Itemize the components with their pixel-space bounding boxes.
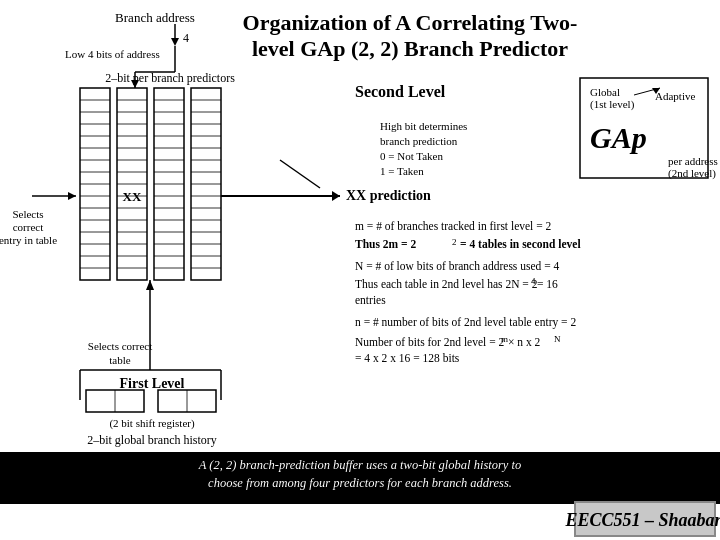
svg-rect-71 [580,78,708,178]
info-times: × n x 2 [508,336,541,348]
two-bit-label: 2–bit per branch predictors [105,71,235,85]
high-bit-2: branch prediction [380,135,458,147]
title-line2: level GAp (2, 2) Branch Predictor [252,36,568,61]
gap-title: GAp [590,121,647,154]
info-thus: Thus 2m = 2 [355,238,416,250]
predictor-tables [80,88,221,280]
info-equals16: = 16 [537,278,558,290]
second-level: Second Level [355,83,446,100]
title-line1: Organization of A Correlating Two- [243,10,578,35]
high-bit-3: 0 = Not Taken [380,150,443,162]
gap-1st-level: (1st level) [590,98,635,111]
info-n-number: n = # number of bits of 2nd level table … [355,316,576,329]
svg-rect-88 [575,502,715,536]
svg-marker-67 [68,192,76,200]
high-bit-1: High bit determines [380,120,467,132]
info-thus-each1: Thus each table in 2nd level has 2N = 2 [355,278,538,290]
gap-global: Global [590,86,620,98]
info-sup-m: m [501,334,508,344]
svg-marker-75 [146,280,154,290]
selects-correct-table2: table [109,354,130,366]
two-bit-global: 2–bit global branch history [87,433,217,447]
four-label: 4 [183,31,189,45]
selects-correct-entry3: entry in table [0,234,57,246]
svg-marker-73 [652,88,660,94]
bottom-line1: A (2, 2) branch-prediction buffer uses a… [198,458,522,472]
info-entries: entries [355,294,386,306]
info-super: 2 [452,237,457,247]
high-bit-4: 1 = Taken [380,165,424,177]
info-thus2: = 4 tables in second level [460,238,581,250]
svg-marker-1 [171,38,179,46]
shift-register-label: (2 bit shift register) [109,417,195,430]
info-super4: 4 [531,276,536,286]
info-n: N = # of low bits of branch address used… [355,260,560,272]
svg-rect-50 [191,88,221,280]
selects-correct-entry: Selects [12,208,43,220]
bottom-line2: choose from among four predictors for ea… [208,476,512,490]
svg-line-70 [280,160,320,188]
svg-rect-18 [117,88,147,280]
info-number-bits1: Number of bits for 2nd level = 2 [355,336,504,348]
gap-per-address: per address [668,155,718,167]
selects-correct-entry2: correct [13,221,44,233]
svg-line-72 [634,88,660,95]
svg-rect-2 [80,88,110,280]
svg-marker-86 [131,80,139,88]
svg-rect-87 [0,452,720,504]
branch-address-text: Branch address [115,10,195,25]
gap-2nd-level: (2nd level) [668,167,716,180]
selects-correct-table1: Selects correct [88,340,152,352]
xx-prediction: XX prediction [346,188,431,203]
svg-rect-81 [158,390,216,412]
svg-rect-79 [86,390,144,412]
svg-marker-69 [332,191,340,201]
info-m: m = # of branches tracked in first level… [355,220,552,232]
xx-label: XX [123,189,142,204]
info-sup-n: N [554,334,561,344]
svg-rect-34 [154,88,184,280]
first-level-label: First Level [120,376,185,391]
info-equals-128: = 4 x 2 x 16 = 128 bits [355,352,460,364]
gap-adaptive: Adaptive [655,90,695,102]
eecc-badge: EECC551 – Shaaban [564,510,720,530]
low-4-bits: Low 4 bits of address [65,48,160,60]
main-container: Branch address 4 Low 4 bits of address O… [0,0,720,540]
